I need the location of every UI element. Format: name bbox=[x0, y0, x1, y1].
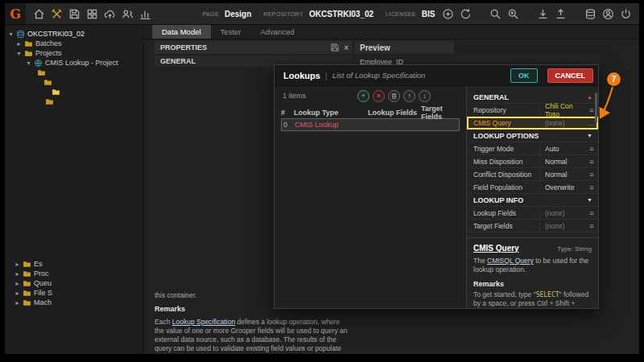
caret-expanded-icon[interactable]: ▾ bbox=[16, 50, 22, 57]
tree-item-folder-selected[interactable] bbox=[52, 87, 60, 97]
cmis-query-property-value[interactable]: (none) bbox=[539, 117, 585, 129]
field-population-property-row[interactable]: Field Population Overwrite ≡ bbox=[467, 181, 598, 194]
tree-item-folder[interactable] bbox=[43, 77, 52, 87]
conflict-disposition-value[interactable]: Normal bbox=[539, 168, 585, 180]
upload-icon[interactable] bbox=[555, 8, 567, 20]
home-icon[interactable] bbox=[33, 8, 45, 20]
save-icon[interactable] bbox=[68, 8, 80, 20]
select-keyword: SELECT bbox=[536, 291, 559, 298]
tree-item-label: Projects bbox=[35, 49, 62, 57]
target-fields-property-row[interactable]: Target Fields (none) ≡ bbox=[467, 220, 598, 232]
delete-trash-button[interactable] bbox=[388, 90, 400, 102]
search-icon[interactable] bbox=[489, 8, 502, 20]
download-icon[interactable] bbox=[537, 8, 549, 20]
remove-item-button[interactable]: × bbox=[373, 90, 385, 102]
caret-collapsed-icon[interactable]: ▸ bbox=[14, 299, 20, 306]
caret-collapsed-icon[interactable]: ▸ bbox=[14, 261, 20, 268]
add-circle-icon[interactable] bbox=[442, 8, 454, 20]
lookup-info-section-header[interactable]: LOOKUP INFO ▼ bbox=[467, 194, 598, 207]
repository-value: OKCSTRKI03_02 bbox=[309, 10, 374, 19]
repository-stack-icon[interactable] bbox=[584, 8, 597, 20]
design-tools-icon[interactable] bbox=[51, 8, 63, 20]
grooper-window: G PAGE Design REPOSITORY OKCSTRKI03_02 L… bbox=[5, 3, 639, 354]
row-menu-icon[interactable]: ≡ bbox=[585, 222, 598, 230]
batches-grid-icon[interactable] bbox=[86, 8, 98, 20]
repository-label: REPOSITORY bbox=[263, 11, 303, 17]
trigger-mode-property-row[interactable]: Trigger Mode Auto ≡ bbox=[467, 142, 598, 155]
users-icon[interactable] bbox=[122, 8, 134, 20]
row-menu-icon[interactable]: ≡ bbox=[585, 209, 598, 217]
close-properties-icon[interactable]: × bbox=[344, 43, 349, 52]
add-item-button[interactable]: + bbox=[357, 90, 369, 102]
tree-item-label: File S bbox=[34, 289, 52, 297]
save-properties-icon[interactable] bbox=[330, 43, 340, 52]
refresh-icon[interactable] bbox=[460, 8, 472, 20]
lookup-options-section-header[interactable]: LOOKUP OPTIONS ▼ bbox=[467, 130, 598, 142]
folder-icon bbox=[45, 97, 54, 106]
user-account-icon[interactable] bbox=[602, 8, 614, 20]
conflict-disposition-property-row[interactable]: Conflict Disposition Normal ≡ bbox=[467, 168, 598, 181]
tree-item-proc[interactable]: ▸ Proc bbox=[14, 269, 49, 278]
move-up-button[interactable]: ↑ bbox=[403, 90, 415, 102]
cmis-query-property-row[interactable]: CMIS Query (none) … bbox=[467, 117, 598, 130]
repository-property-value[interactable]: Chili Con Toso bbox=[539, 104, 585, 116]
cmisql-query-link[interactable]: CMISQL Query bbox=[487, 257, 534, 265]
miss-disposition-label: Miss Disposition bbox=[473, 158, 539, 166]
target-fields-value[interactable]: (none) bbox=[539, 220, 585, 232]
tree-item-cmis-lookup-project[interactable]: ▾ CMIS Lookup - Project bbox=[26, 58, 118, 68]
tab-tester[interactable]: Tester bbox=[211, 24, 251, 39]
stats-chart-icon[interactable] bbox=[139, 8, 151, 20]
tab-data-model[interactable]: Data Model bbox=[152, 24, 211, 39]
trigger-mode-value[interactable]: Auto bbox=[539, 142, 585, 154]
cancel-button[interactable]: CANCEL bbox=[547, 68, 594, 83]
preview-header-bar: Preview bbox=[354, 41, 454, 54]
cloud-upload-icon[interactable] bbox=[104, 8, 116, 20]
tree-item-folder[interactable] bbox=[37, 68, 46, 77]
field-population-value[interactable]: Overwrite bbox=[539, 181, 585, 193]
help-remarks-text: To get started, type "SELECT" followed b… bbox=[473, 290, 592, 308]
property-scrollbar[interactable] bbox=[595, 93, 597, 123]
zoom-in-icon[interactable] bbox=[507, 8, 519, 20]
col-lookup-fields: Lookup Fields bbox=[368, 109, 421, 117]
caret-collapsed-icon[interactable]: ▸ bbox=[14, 270, 20, 278]
tree-item-queu[interactable]: ▸ Queu bbox=[14, 278, 52, 288]
caret-expanded-icon[interactable]: ▾ bbox=[8, 31, 14, 38]
lookup-fields-label: Lookup Fields bbox=[473, 209, 539, 217]
tree-item-file-s[interactable]: ▸ File S bbox=[14, 288, 52, 298]
row-menu-icon[interactable]: ≡ bbox=[585, 171, 598, 179]
collapse-down-icon[interactable]: ▼ bbox=[587, 133, 592, 138]
lookup-property-grid: GENERAL ▲ Repository Chili Con Toso ≡ CM… bbox=[466, 86, 598, 308]
caret-collapsed-icon[interactable]: ▸ bbox=[14, 280, 20, 287]
col-lookup-type: Lookup Type bbox=[294, 109, 368, 117]
folder-icon bbox=[52, 88, 60, 97]
trigger-mode-label: Trigger Mode bbox=[473, 145, 539, 153]
caret-expanded-icon[interactable]: ▾ bbox=[26, 60, 31, 67]
row-menu-icon[interactable]: ≡ bbox=[585, 145, 598, 153]
row-menu-icon[interactable]: ≡ bbox=[585, 183, 598, 191]
tab-advanced[interactable]: Advanced bbox=[250, 24, 303, 39]
power-icon[interactable] bbox=[620, 8, 632, 20]
tree-item-label: Es bbox=[34, 260, 43, 268]
tree-item-folder[interactable] bbox=[45, 97, 54, 106]
collapse-up-icon[interactable]: ▲ bbox=[587, 94, 592, 100]
tree-item-es[interactable]: ▸ Es bbox=[14, 259, 43, 269]
folder-icon bbox=[23, 269, 31, 278]
ok-button[interactable]: OK bbox=[510, 68, 538, 83]
properties-header-bar: PROPERTIES × bbox=[155, 41, 353, 54]
tree-root-repository[interactable]: ▾ OKCSTRKI03_02 bbox=[8, 29, 85, 39]
caret-collapsed-icon[interactable]: ▸ bbox=[16, 40, 22, 47]
tree-item-projects[interactable]: ▾ Projects bbox=[16, 48, 62, 58]
caret-collapsed-icon[interactable]: ▸ bbox=[14, 290, 20, 297]
lookup-specification-link[interactable]: Lookup Specification bbox=[172, 318, 235, 326]
collapse-down-icon[interactable]: ▼ bbox=[587, 197, 592, 203]
repository-property-row[interactable]: Repository Chili Con Toso ≡ bbox=[467, 104, 598, 117]
miss-disposition-property-row[interactable]: Miss Disposition Normal ≡ bbox=[467, 155, 598, 168]
page-label: PAGE bbox=[202, 11, 219, 17]
row-menu-icon[interactable]: ≡ bbox=[585, 158, 598, 166]
tree-item-mach[interactable]: ▸ Mach bbox=[14, 298, 52, 307]
lookup-fields-value[interactable]: (none) bbox=[539, 207, 585, 219]
lookup-fields-property-row[interactable]: Lookup Fields (none) ≡ bbox=[467, 207, 598, 220]
tree-item-batches[interactable]: ▸ Batches bbox=[16, 39, 62, 48]
miss-disposition-value[interactable]: Normal bbox=[539, 155, 585, 167]
move-down-button[interactable]: ↓ bbox=[419, 90, 431, 102]
